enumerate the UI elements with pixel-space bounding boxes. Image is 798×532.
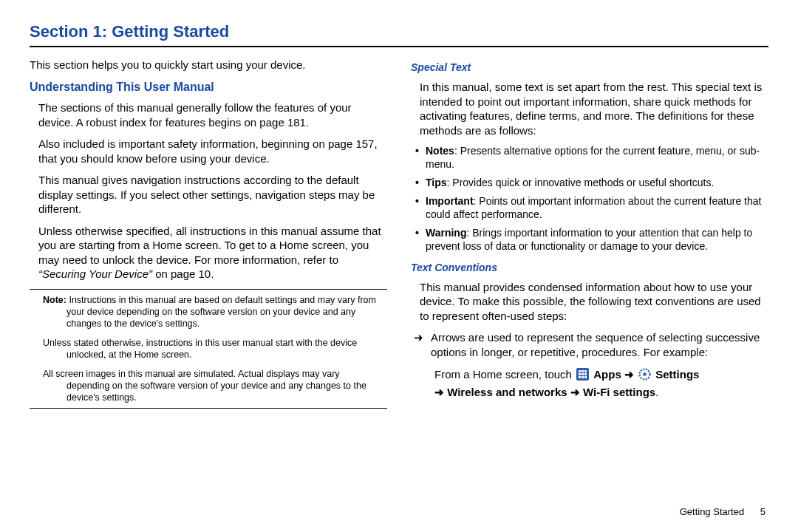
footer-section-name: Getting Started [680, 506, 744, 517]
wifi-label: Wi-Fi settings [583, 386, 655, 398]
bullet-notes: Notes: Presents alternative options for … [414, 145, 768, 171]
arrow-icon: ➜ [414, 330, 423, 360]
title-rule [30, 46, 768, 47]
left-column: This section helps you to quickly start … [30, 58, 387, 409]
svg-rect-7 [579, 376, 581, 378]
warning-body: : Brings important information to your a… [426, 227, 752, 252]
page-footer: Getting Started 5 [680, 506, 765, 517]
note-label: Note: [43, 295, 66, 305]
left-p1: The sections of this manual generally fo… [38, 100, 387, 129]
right-column: Special Text In this manual, some text i… [411, 58, 768, 409]
right-p1: In this manual, some text is set apart f… [420, 80, 768, 137]
svg-rect-1 [579, 370, 581, 372]
manual-page: Section 1: Getting Started This section … [0, 0, 798, 423]
left-p4: Unless otherwise specified, all instruct… [38, 224, 387, 282]
two-column-layout: This section helps you to quickly start … [30, 58, 768, 409]
section-title: Section 1: Getting Started [30, 22, 768, 41]
footer-page-number: 5 [760, 506, 765, 517]
svg-rect-8 [582, 376, 584, 378]
tips-body: : Provides quick or innovative methods o… [447, 177, 715, 188]
bullet-tips: Tips: Provides quick or innovative metho… [414, 177, 768, 190]
example-sequence: From a Home screen, touch Apps ➜ [434, 366, 768, 401]
left-p2: Also included is important safety inform… [38, 137, 387, 166]
definitions-list: Notes: Presents alternative options for … [414, 145, 768, 253]
note-1-body: Instructions in this manual are based on… [66, 295, 376, 329]
subheading-understanding: Understanding This User Manual [30, 80, 387, 95]
apps-label: Apps [593, 368, 624, 381]
arrow-body: Arrows are used to represent the sequenc… [431, 330, 768, 360]
wireless-label: Wireless and networks [447, 386, 570, 398]
example-period: . [655, 386, 658, 398]
right-p2: This manual provides condensed informati… [420, 280, 768, 324]
settings-label: Settings [655, 368, 699, 381]
notes-body: : Presents alternative options for the c… [426, 145, 760, 170]
tips-label: Tips [426, 177, 447, 188]
notes-label: Notes [426, 145, 454, 157]
svg-rect-3 [584, 370, 587, 372]
intro-paragraph: This section helps you to quickly start … [30, 58, 387, 72]
arrow-1: ➜ [624, 368, 637, 381]
example-lead: From a Home screen, touch [434, 368, 575, 381]
arrow-2: ➜ [434, 386, 444, 398]
left-p3: This manual gives navigation instruction… [38, 173, 387, 216]
securing-link: “Securing Your Device” [38, 267, 152, 280]
apps-icon [576, 368, 589, 381]
note-1: Note: Instructions in this manual are ba… [33, 294, 384, 330]
important-body: : Points out important information about… [426, 195, 761, 220]
settings-icon [638, 368, 651, 381]
arrow-3: ➜ [570, 386, 580, 398]
bullet-warning: Warning: Brings important information to… [414, 227, 768, 253]
svg-rect-5 [582, 373, 584, 375]
topic-special-text: Special Text [411, 61, 768, 74]
left-p4a: Unless otherwise specified, all instruct… [38, 225, 381, 266]
svg-rect-9 [584, 376, 587, 378]
svg-point-11 [643, 372, 647, 376]
svg-rect-2 [582, 370, 584, 372]
note-box: Note: Instructions in this manual are ba… [30, 289, 387, 409]
svg-rect-4 [579, 373, 581, 375]
important-label: Important [426, 195, 474, 207]
warning-label: Warning [426, 227, 466, 239]
note-3: All screen images in this manual are sim… [33, 368, 384, 403]
bullet-important: Important: Points out important informat… [414, 195, 768, 222]
svg-rect-6 [584, 373, 587, 375]
arrow-explanation: ➜ Arrows are used to represent the seque… [414, 330, 768, 360]
left-p4b: on page 10. [152, 267, 214, 280]
note-2: Unless stated otherwise, instructions in… [33, 337, 384, 361]
topic-text-conventions: Text Conventions [411, 261, 768, 274]
